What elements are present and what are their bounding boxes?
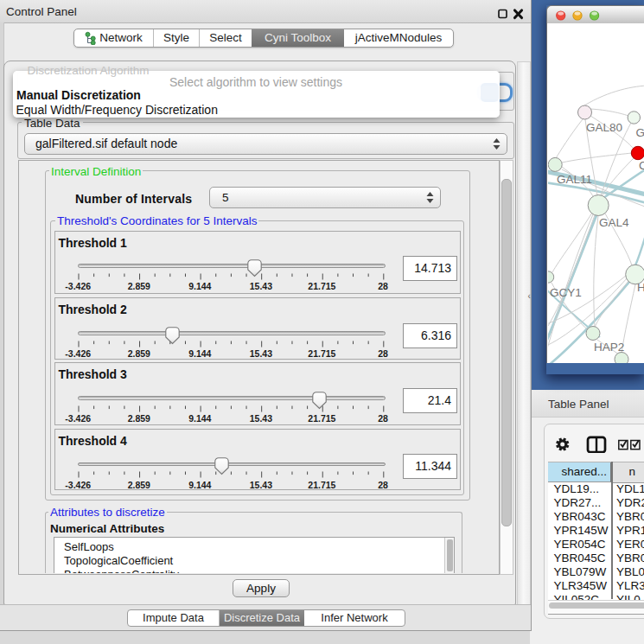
svg-text:C: C	[639, 159, 644, 172]
svg-text:GAL11: GAL11	[557, 173, 592, 186]
svg-text:HAP2: HAP2	[594, 341, 624, 354]
svg-text:GAL80: GAL80	[586, 121, 622, 134]
svg-text:GAL4: GAL4	[599, 216, 629, 229]
svg-text:GCY1: GCY1	[550, 286, 582, 299]
svg-text:H: H	[637, 281, 644, 294]
svg-text:GA: GA	[636, 126, 644, 139]
